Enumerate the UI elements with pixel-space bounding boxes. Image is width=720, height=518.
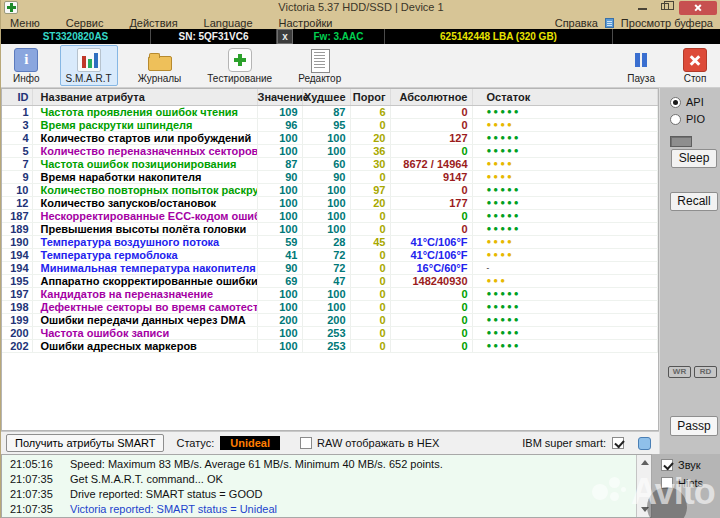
cell-id: 194 [2, 261, 32, 274]
menu-item-actions[interactable]: Действия [129, 17, 177, 29]
cell-raw: 0 [390, 105, 472, 118]
rd-button[interactable]: RD [694, 366, 717, 378]
table-row[interactable]: 197Кандидатов на переназначение10010000●… [2, 287, 658, 300]
table-row[interactable]: 194Температура гермоблока4172041°C/106°F… [2, 248, 658, 261]
cell-id: 4 [2, 131, 32, 144]
minimize-button[interactable] [638, 8, 647, 10]
table-row[interactable]: 195Аппаратно скорректированные ошибки694… [2, 274, 658, 287]
cell-worst: 253 [302, 339, 350, 352]
table-row[interactable]: 9Время наработки накопителя909009147●●●● [2, 170, 658, 183]
header-raw[interactable]: Абсолютное [390, 89, 472, 105]
sleep-button[interactable]: Sleep [671, 149, 717, 168]
toolbar-button-pause[interactable]: Пауза [621, 45, 661, 86]
cell-raw: 0 [390, 326, 472, 339]
table-row[interactable]: 189Превышения высоты полёта головки10010… [2, 222, 658, 235]
sound-checkbox-row[interactable]: Звук [661, 459, 701, 471]
cell-health-dots: ●●●● [472, 170, 658, 183]
ibm-super-smart-checkbox[interactable] [612, 437, 624, 449]
table-row[interactable]: 190Температура воздушного потока59284541… [2, 235, 658, 248]
log-entries: 21:05:16Speed: Maximum 83 MB/s. Average … [2, 457, 635, 517]
toolbar-button-smart[interactable]: S.M.A.R.T [60, 45, 118, 86]
menu-item-buffer-view[interactable]: Просмотр буфера [621, 17, 713, 29]
cell-health-dots: ●●●●● [472, 144, 658, 157]
table-row[interactable]: 3Время раскрутки шпинделя969500●●●● [2, 118, 658, 131]
toolbar-button-info[interactable]: Инфо [7, 45, 46, 86]
table-row[interactable]: 4Количество стартов или пробуждений10010… [2, 131, 658, 144]
cell-id: 3 [2, 118, 32, 131]
cell-worst: 100 [302, 287, 350, 300]
recall-button[interactable]: Recall [670, 192, 718, 211]
cell-attribute-name: Частота проявления ошибок чтения [32, 105, 257, 118]
toolbar-button-editor[interactable]: Редактор [292, 45, 347, 86]
toolbar-button-stop[interactable]: Стоп [677, 45, 713, 86]
wr-button[interactable]: WR [668, 366, 691, 378]
smart-icon [77, 48, 101, 72]
header-health[interactable]: Остаток [472, 89, 658, 105]
toolbar-button-journals[interactable]: Журналы [132, 45, 188, 86]
table-row[interactable]: 199Ошибки передачи данных через DMA20020… [2, 313, 658, 326]
table-row[interactable]: 202Ошибки адресных маркеров10025300●●●●● [2, 339, 658, 352]
cell-threshold: 0 [350, 261, 390, 274]
cell-value: 90 [257, 261, 302, 274]
table-row[interactable]: 194Минимальная температура накопителя907… [2, 261, 658, 274]
hints-checkbox[interactable] [661, 477, 673, 489]
cell-health-dots: ●●●●● [472, 326, 658, 339]
header-name[interactable]: Название атрибута [32, 89, 257, 105]
passport-button[interactable]: Passp [670, 416, 718, 436]
log-box: 21:05:16Speed: Maximum 83 MB/s. Average … [1, 454, 652, 518]
cell-health-dots: ●●●●● [472, 209, 658, 222]
close-button[interactable] [679, 1, 717, 15]
cell-threshold: 0 [350, 170, 390, 183]
table-row[interactable]: 200Частота ошибок записи10025300●●●●● [2, 326, 658, 339]
scroll-up-icon[interactable] [638, 456, 651, 469]
menu-item-help[interactable]: Справка [555, 17, 598, 29]
device-close-button[interactable]: x [277, 29, 293, 44]
cell-threshold: 0 [350, 222, 390, 235]
cell-attribute-name: Нескорректированные ECC-кодом ошибки [32, 209, 257, 222]
table-row[interactable]: 187Нескорректированные ECC-кодом ошибки1… [2, 209, 658, 222]
menu-item-language[interactable]: Language [204, 17, 253, 29]
scroll-down-icon[interactable] [638, 503, 651, 516]
hints-checkbox-row[interactable]: Hints [661, 477, 703, 489]
maximize-button[interactable] [661, 3, 669, 10]
toolbar-right: Пауза Стоп [621, 45, 720, 86]
header-id[interactable]: ID [2, 89, 32, 105]
sound-checkbox[interactable] [661, 459, 673, 471]
cell-health-dots: ●●●● [472, 235, 658, 248]
device-model[interactable]: ST3320820AS [1, 29, 151, 44]
log-side-panel: Звук Hints [652, 454, 720, 518]
table-row[interactable]: 198Дефектные секторы во время самотеста1… [2, 300, 658, 313]
raw-hex-checkbox[interactable] [300, 437, 312, 449]
status-right: IBM super smart: [522, 437, 659, 450]
header-threshold[interactable]: Порог [350, 89, 390, 105]
cell-worst: 253 [302, 326, 350, 339]
log-entry-time: 21:07:35 [10, 502, 58, 517]
cell-attribute-name: Количество стартов или пробуждений [32, 131, 257, 144]
cell-attribute-name: Количество переназначенных секторов [32, 144, 257, 157]
menu-item-service[interactable]: Сервис [66, 17, 104, 29]
table-row[interactable]: 10Количество повторных попыток раскрутки… [2, 183, 658, 196]
menu-item-menu[interactable]: Меню [10, 17, 40, 29]
pio-radio[interactable] [670, 114, 681, 125]
table-row[interactable]: 5Количество переназначенных секторов1001… [2, 144, 658, 157]
ibm-color-indicator[interactable] [638, 437, 651, 450]
header-value[interactable]: Значение [257, 89, 302, 105]
device-bar-spacer [613, 29, 720, 44]
api-radio-row[interactable]: API [670, 96, 704, 108]
get-smart-button[interactable]: Получить атрибуты SMART [6, 434, 164, 452]
cell-threshold: 0 [350, 339, 390, 352]
table-row[interactable]: 1Частота проявления ошибок чтения1098760… [2, 105, 658, 118]
table-row[interactable]: 7Частота ошибок позиционирования87603086… [2, 157, 658, 170]
cell-raw: 0 [390, 118, 472, 131]
log-scrollbar[interactable] [636, 455, 651, 517]
toolbar-button-testing[interactable]: Тестирование [201, 45, 278, 86]
log-entry: 21:07:35Get S.M.A.R.T. command... OK [2, 472, 635, 487]
menu-item-settings[interactable]: Настройки [279, 17, 333, 29]
header-worst[interactable]: Худшее [302, 89, 350, 105]
api-radio[interactable] [670, 97, 681, 108]
status-row: Получить атрибуты SMART Статус: Unideal … [1, 431, 659, 454]
cell-health-dots: ●●●●● [472, 339, 658, 352]
table-row[interactable]: 12Количество запусков/остановок100100201… [2, 196, 658, 209]
pio-radio-row[interactable]: PIO [670, 113, 705, 125]
cell-id: 198 [2, 300, 32, 313]
